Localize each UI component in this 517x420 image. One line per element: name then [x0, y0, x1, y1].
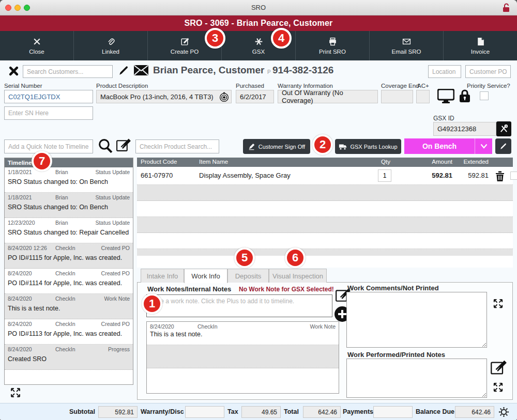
phone-label: P	[267, 69, 271, 75]
empty-part-row	[137, 249, 513, 256]
edit-work-performed-icon[interactable]	[490, 360, 507, 376]
tab-visual-inspection[interactable]: Visual Inspection	[269, 269, 327, 283]
sro-banner-title: SRO - 3069 - Brian Pearce, Customer	[0, 15, 517, 31]
work-notes-label: Work Notes/Internal Notes	[147, 285, 231, 293]
timeline-entry[interactable]: 8/24/2020CheckInProgress Created SRO	[5, 345, 133, 370]
part-extended: 592.81	[457, 172, 489, 179]
enter-sn-input[interactable]	[4, 106, 93, 120]
quick-note-input[interactable]	[4, 139, 93, 153]
coverage-end-field	[381, 90, 413, 103]
search-customers-input[interactable]	[23, 65, 113, 78]
col-product-code: Product Code	[141, 159, 177, 165]
part-row[interactable]: 661-07970 Display Assembly, Space Gray 1…	[137, 167, 513, 185]
print-sro-button[interactable]: Print SRO	[296, 31, 370, 60]
part-qty-input[interactable]: 1	[378, 169, 391, 182]
customer-phone[interactable]: 914-382-3126	[272, 65, 333, 76]
annotation-1: 1	[142, 293, 162, 314]
payments-value[interactable]	[373, 406, 413, 418]
parts-table: Product Code Item Name Qty Amount Extend…	[137, 158, 513, 268]
product-description-field: MacBook Pro (13-inch, 2016, 4 TBT3)	[96, 90, 232, 103]
work-comments-textarea[interactable]	[346, 292, 487, 348]
empty-part-row	[137, 217, 513, 233]
balance-due-label: Balance Due	[416, 408, 454, 415]
empty-note-row	[147, 345, 339, 368]
annotation-3: 3	[205, 28, 225, 49]
status-dropdown[interactable]: On Bench	[404, 138, 492, 154]
clear-customer-icon[interactable]	[8, 66, 19, 76]
purchased-label: Purchased	[236, 83, 264, 89]
customer-name[interactable]: Brian Pearce, Customer	[153, 65, 264, 76]
part-checkbox[interactable]	[510, 172, 517, 180]
coverage-end-label: Coverage End	[381, 83, 419, 89]
part-code: 661-07970	[141, 172, 173, 179]
lock-icon[interactable]	[459, 89, 471, 103]
timeline-entry[interactable]: 1/18/2021BrianStatus Update SRO Status c…	[5, 167, 133, 193]
device-detect-icon[interactable]	[219, 91, 230, 102]
timeline-entry[interactable]: 8/24/2020 12:26CheckInCreated PO PO ID#1…	[5, 243, 133, 269]
totals-bar: Subtotal 592.81 Warranty/Disc Tax 49.65 …	[0, 403, 517, 420]
warranty-disc-label: Warranty/Disc	[141, 408, 184, 415]
tab-intake-info[interactable]: Intake Info	[141, 269, 184, 283]
timeline-entry[interactable]: 1/18/2021BrianStatus Update SRO Status c…	[5, 193, 133, 218]
timeline-panel: Timeline 1/18/2021BrianStatus Update SRO…	[4, 158, 133, 385]
warranty-disc-value[interactable]	[185, 406, 224, 418]
settings-gear-icon[interactable]	[498, 406, 510, 418]
priority-service-checkbox[interactable]	[480, 91, 489, 100]
work-note-input[interactable]	[146, 294, 332, 317]
chevron-down-icon[interactable]	[475, 138, 492, 154]
invoice-button[interactable]: Invoice	[444, 31, 517, 60]
serial-number-input[interactable]	[4, 90, 93, 103]
timeline-entry[interactable]: 12/23/2020BrianStatus Update SRO Status …	[5, 218, 133, 243]
work-note-entry[interactable]: 8/24/2020CheckInWork Note This is a test…	[147, 322, 339, 345]
subtotal-value: 592.81	[98, 406, 138, 418]
timeline-entry[interactable]: 8/24/2020CheckInCreated PO PO ID#1113 fo…	[5, 319, 133, 345]
create-po-icon	[180, 37, 189, 46]
col-item-name: Item Name	[199, 159, 228, 165]
email-customer-icon[interactable]	[133, 64, 149, 77]
empty-part-row	[137, 201, 513, 217]
window-title: SRO	[0, 4, 517, 11]
gsx-parts-lookup-button[interactable]: GSX Parts Lookup	[335, 139, 401, 154]
trash-icon[interactable]	[495, 170, 505, 182]
ac-plus-field	[416, 90, 430, 103]
paperclip-icon	[107, 37, 115, 46]
status-value: On Bench	[404, 138, 475, 154]
timeline-entry[interactable]: 8/24/2020CheckInCreated PO PO ID#1114 fo…	[5, 269, 133, 294]
edit-note-icon[interactable]	[116, 138, 131, 153]
empty-part-row	[137, 185, 513, 201]
payments-label: Payments	[343, 408, 373, 415]
priority-service-label: Priority Service?	[467, 83, 510, 89]
close-button[interactable]: Close	[0, 31, 74, 60]
display-icon[interactable]	[437, 89, 454, 103]
work-performed-textarea[interactable]	[346, 359, 487, 398]
gsx-tools-icon	[254, 37, 263, 46]
empty-part-row	[137, 233, 513, 249]
tab-work-info[interactable]: Work Info	[184, 269, 227, 283]
annotation-4: 4	[271, 28, 292, 49]
col-qty: Qty	[381, 159, 390, 165]
checkin-product-search-input[interactable]	[135, 139, 219, 153]
total-value: 642.46	[303, 406, 341, 418]
signature-pen-icon	[248, 143, 255, 150]
ac-plus-label: AC+	[417, 83, 429, 89]
gsx-tools-button[interactable]	[496, 121, 511, 136]
location-input[interactable]	[428, 65, 461, 78]
expand-work-performed-icon[interactable]	[492, 381, 504, 393]
expand-timeline-icon[interactable]	[9, 386, 22, 399]
work-notes-list: 8/24/2020CheckInWork Note This is a test…	[146, 321, 339, 394]
customer-po-input[interactable]	[465, 65, 511, 78]
customer-sign-off-button[interactable]: Customer Sign Off	[243, 139, 310, 154]
unlock-icon[interactable]	[501, 3, 511, 13]
timeline-entry[interactable]: 8/24/2020CheckInWork Note This is a test…	[5, 294, 133, 319]
expand-comments-icon[interactable]	[492, 298, 504, 309]
edit-customer-icon[interactable]	[118, 65, 129, 76]
tax-label: Tax	[227, 408, 238, 415]
edit-status-button[interactable]	[495, 138, 511, 154]
purchased-field: 6/2/2017	[236, 90, 274, 103]
email-sro-button[interactable]: Email SRO	[370, 31, 444, 60]
search-icon[interactable]	[97, 138, 113, 154]
linked-button[interactable]: Linked	[74, 31, 148, 60]
sro-banner: SRO - 3069 - Brian Pearce, Customer	[0, 15, 517, 31]
tab-deposits[interactable]: Deposits	[227, 269, 269, 283]
timeline-header: Timeline	[5, 158, 133, 167]
